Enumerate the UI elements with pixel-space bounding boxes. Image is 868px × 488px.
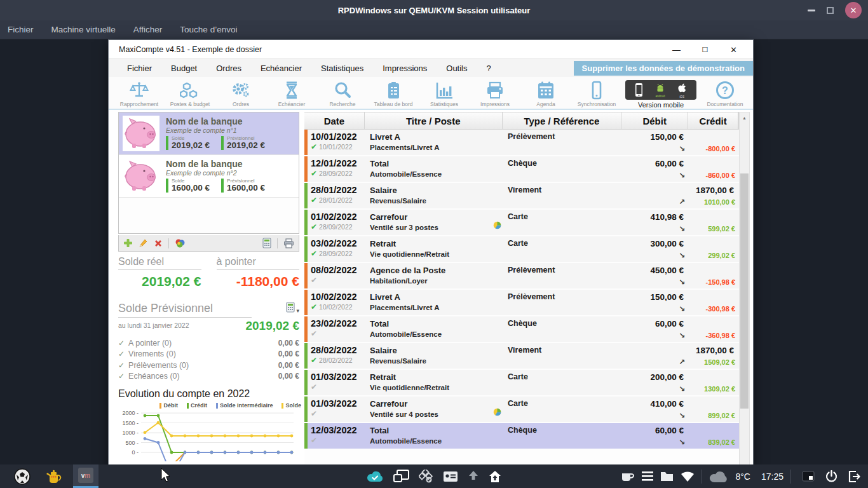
edit-account-button[interactable] xyxy=(139,238,148,248)
table-scrollbar[interactable]: ▲ xyxy=(739,112,750,465)
toolbar-rapprochement[interactable]: Rapprochement xyxy=(114,78,165,107)
toolbar-ordres[interactable]: Ordres xyxy=(215,78,266,107)
account-item-2[interactable]: Nom de la banque Exemple de compte n°2 S… xyxy=(119,155,299,198)
table-row[interactable]: 12/01/2022 ✔28/09/2022 Total Automobile/… xyxy=(304,156,739,183)
host-menu-item-0[interactable]: Fichier xyxy=(8,25,34,34)
app-close-button[interactable]: ✕ xyxy=(719,40,748,59)
logout-icon[interactable] xyxy=(848,471,860,482)
toolbar-synchronisation[interactable]: Synchronisation xyxy=(571,78,622,107)
upload-arrow-icon[interactable] xyxy=(468,470,479,482)
home-upload-icon[interactable] xyxy=(489,470,501,483)
delete-account-button[interactable] xyxy=(154,239,163,248)
transaction-type: Carte xyxy=(503,370,622,395)
virt-manager-task-button[interactable]: vm xyxy=(73,464,98,488)
account-actions-bar xyxy=(118,235,299,252)
checklist-item[interactable]: ✓ Virements (0) 0,00 € xyxy=(118,349,299,360)
host-maximize-button[interactable] xyxy=(827,7,834,14)
calculator-button[interactable] xyxy=(262,238,271,248)
transaction-poste: Automobile/Essence xyxy=(370,170,503,178)
table-row[interactable]: 23/02/2022 ✔ Total Automobile/Essence Ch… xyxy=(304,316,739,343)
previsionnel-calculator-dropdown[interactable]: ▾ xyxy=(286,302,299,315)
debit-amount: 410,00 € xyxy=(650,399,684,409)
toolbar-recherche[interactable]: Recherche xyxy=(317,78,368,107)
app-menu-item-2[interactable]: Ordres xyxy=(207,64,251,73)
toolbar-postes-budget[interactable]: Postes & budget xyxy=(165,78,215,107)
toolbar-agenda[interactable]: Agenda xyxy=(520,78,571,107)
toolbar-documentation[interactable]: ?Documentation xyxy=(700,78,750,107)
menu-lines-icon[interactable] xyxy=(642,471,653,481)
table-row[interactable]: 12/03/2022 ✔ Total Automobile/Essence Ch… xyxy=(304,423,739,450)
app-minimize-button[interactable]: — xyxy=(662,40,691,59)
scrollbar-up-icon[interactable]: ▲ xyxy=(740,112,749,123)
plugins-check-icon[interactable] xyxy=(419,470,433,483)
app-menu-item-0[interactable]: Fichier xyxy=(118,64,161,73)
screenshot-icon[interactable] xyxy=(802,471,815,482)
column-header-titre-poste[interactable]: Titre / Poste xyxy=(365,112,503,129)
wifi-icon[interactable] xyxy=(681,471,695,482)
app-menu-item-7[interactable]: ? xyxy=(477,64,501,73)
table-row[interactable]: 10/02/2022 ✔10/02/2022 Livret A Placemen… xyxy=(304,290,739,316)
table-row[interactable]: 01/03/2022 ✔ Retrait Vie quotidienne/Ret… xyxy=(304,370,739,396)
toolbar-version-mobile[interactable]: androidiOSVersion mobile xyxy=(622,78,700,109)
app-menu-item-4[interactable]: Statistiques xyxy=(311,64,373,73)
print-button[interactable] xyxy=(283,238,294,248)
app-menu-item-6[interactable]: Outils xyxy=(437,64,477,73)
table-row[interactable]: 03/02/2022 ✔28/09/2022 Retrait Vie quoti… xyxy=(304,236,739,263)
contact-card-icon[interactable] xyxy=(443,471,458,482)
host-close-button[interactable]: ✕ xyxy=(845,2,862,18)
host-menu-item-2[interactable]: Afficher xyxy=(133,25,163,34)
app-maximize-button[interactable]: ☐ xyxy=(691,40,719,59)
app-titlebar[interactable]: MaxiCompte v4.51 - Exemple de dossier — … xyxy=(109,40,753,59)
solde-reel-label: Solde réel xyxy=(118,256,201,270)
debit-amount: 450,00 € xyxy=(650,266,684,275)
table-row[interactable]: 01/02/2022 ✔28/09/2022 Carrefour Ventilé… xyxy=(304,210,739,236)
displays-icon[interactable] xyxy=(393,470,409,483)
table-row[interactable]: 28/01/2022 ✔28/01/2022 Salaire Revenus/S… xyxy=(304,183,739,210)
launcher-ball-icon[interactable] xyxy=(9,464,36,488)
scales-icon xyxy=(129,79,149,100)
toolbar-ech-ancier[interactable]: Echéancier xyxy=(266,78,317,107)
check-icon: ✓ xyxy=(118,372,125,381)
table-row[interactable]: 01/03/2022 ✔ Carrefour Ventilé sur 4 pos… xyxy=(304,396,739,423)
column-header-date[interactable]: Date xyxy=(304,112,365,129)
toolbar-tableau-de-bord[interactable]: Tableau de bord xyxy=(368,78,419,107)
column-header-type-référence[interactable]: Type / Référence xyxy=(503,112,622,129)
app-menu-item-3[interactable]: Echéancier xyxy=(251,64,311,73)
checklist-item[interactable]: ✓ Prélèvements (0) 0,00 € xyxy=(118,360,299,371)
column-header-crédit[interactable]: Crédit xyxy=(688,112,738,129)
coffee-cup-icon[interactable] xyxy=(621,471,635,482)
cloud-check-icon[interactable] xyxy=(367,470,384,483)
app-menu-item-5[interactable]: Impressions xyxy=(373,64,437,73)
account-item-1[interactable]: Nom de la banque Exemple de compte n°1 S… xyxy=(119,112,299,155)
toolbar-statistiques[interactable]: Statistiques xyxy=(419,78,470,107)
running-balance: 299,02 € xyxy=(708,252,735,259)
transaction-title: Livret A xyxy=(370,132,503,142)
host-menu-item-1[interactable]: Machine virtuelle xyxy=(51,25,116,34)
weather-temperature[interactable]: 8°C xyxy=(735,471,750,482)
clock[interactable]: 17:25 xyxy=(761,471,783,482)
scrollbar-thumb[interactable] xyxy=(740,173,749,409)
categories-button[interactable] xyxy=(175,238,185,248)
transaction-date: 01/03/2022 xyxy=(311,398,365,409)
checklist-item[interactable]: ✓ Echéances (0) 0,00 € xyxy=(118,371,299,383)
table-row[interactable]: 08/02/2022 ✔ Agence de la Poste Habitati… xyxy=(304,263,739,290)
previsionnel-section: Solde Prévisionnel ▾ au lundi 31 janvier… xyxy=(118,302,299,333)
table-row[interactable]: 28/02/2022 ✔28/02/2022 Salaire Revenus/S… xyxy=(304,343,739,370)
table-header[interactable]: DateTitre / PosteType / RéférenceDébitCr… xyxy=(304,112,739,130)
host-minimize-button[interactable] xyxy=(808,10,815,11)
app-menu-item-1[interactable]: Budget xyxy=(161,64,207,73)
checklist-item[interactable]: ✓ A pointer (0) 0,00 € xyxy=(118,337,299,349)
transaction-poste: Automobile/Essence xyxy=(370,330,503,338)
add-account-button[interactable] xyxy=(123,238,133,248)
folder-icon[interactable] xyxy=(660,471,674,482)
transaction-date: 12/01/2022 xyxy=(311,158,365,168)
unpointed-check-icon: ✔ xyxy=(311,330,317,337)
host-menu-item-3[interactable]: Touche d’envoi xyxy=(180,25,237,34)
power-icon[interactable] xyxy=(825,470,837,482)
table-row[interactable]: 10/01/2022 ✔10/01/2022 Livret A Placemen… xyxy=(304,130,739,156)
teapot-icon[interactable] xyxy=(41,464,68,488)
transaction-poste: Vie quotidienne/Retrait xyxy=(370,250,503,258)
delete-demo-data-button[interactable]: Supprimer les données de démonstration xyxy=(574,61,753,76)
column-header-débit[interactable]: Débit xyxy=(621,112,688,129)
toolbar-impressions[interactable]: Impressions xyxy=(470,78,520,107)
